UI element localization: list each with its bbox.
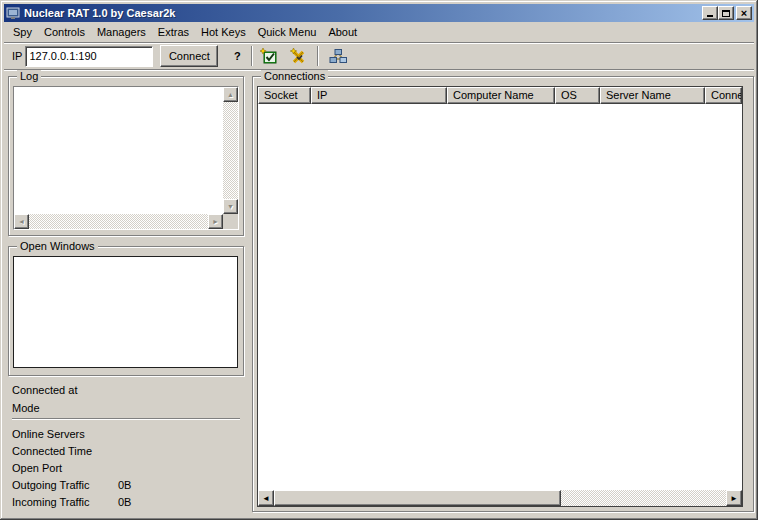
- minimize-icon[interactable]: [702, 6, 718, 20]
- menu-item-about[interactable]: About: [322, 24, 363, 40]
- title-bar[interactable]: Nuclear RAT 1.0 by Caesar2k ×: [4, 4, 754, 22]
- log-content: [14, 87, 223, 214]
- maximize-icon[interactable]: [718, 6, 734, 20]
- connections-group: Connections Socket IP Computer Name OS S…: [252, 76, 754, 512]
- column-header-computer-name[interactable]: Computer Name: [447, 87, 555, 104]
- menu-item-controls[interactable]: Controls: [38, 24, 91, 40]
- toolbar: IP Connect ?: [4, 42, 754, 70]
- network-icon[interactable]: [325, 45, 350, 67]
- status-row-connected-at: Connected at: [12, 384, 242, 398]
- status-divider: [12, 418, 240, 420]
- column-header-os[interactable]: OS: [555, 87, 600, 104]
- status-row-incoming-traffic: Incoming Traffic 0B: [12, 496, 242, 510]
- scroll-track[interactable]: [274, 490, 726, 506]
- menu-bar: Spy Controls Managers Extras Hot Keys Qu…: [4, 22, 754, 42]
- status-label: Mode: [12, 402, 118, 416]
- status-row-online-servers: Online Servers: [12, 428, 242, 442]
- ip-input[interactable]: [25, 46, 153, 67]
- scroll-track[interactable]: [29, 214, 208, 229]
- scroll-right-icon[interactable]: ►: [208, 214, 223, 229]
- window-title: Nuclear RAT 1.0 by Caesar2k: [24, 7, 175, 19]
- app-icon: [6, 6, 20, 20]
- scroll-thumb[interactable]: [274, 490, 561, 506]
- status-label: Connected at: [12, 384, 118, 398]
- menu-item-managers[interactable]: Managers: [91, 24, 152, 40]
- menu-item-extras[interactable]: Extras: [152, 24, 195, 40]
- status-label: Connected Time: [12, 445, 118, 459]
- menu-item-hot-keys[interactable]: Hot Keys: [195, 24, 252, 40]
- connections-listview[interactable]: Socket IP Computer Name OS Server Name C…: [257, 86, 743, 507]
- scroll-left-icon[interactable]: ◄: [14, 214, 29, 229]
- scroll-track[interactable]: [223, 102, 238, 199]
- disconnect-server-icon[interactable]: [286, 45, 311, 67]
- status-row-connected-time: Connected Time: [12, 445, 242, 459]
- close-icon[interactable]: ×: [736, 6, 752, 20]
- column-header-connection[interactable]: Connecti: [705, 87, 742, 104]
- connect-button[interactable]: Connect: [160, 45, 218, 67]
- column-header-server-name[interactable]: Server Name: [600, 87, 705, 104]
- menu-item-spy[interactable]: Spy: [7, 24, 38, 40]
- status-label: Open Port: [12, 462, 118, 476]
- log-horizontal-scrollbar[interactable]: ◄ ►: [14, 214, 223, 229]
- scrollbar-corner: [223, 214, 238, 229]
- scroll-right-icon[interactable]: ►: [726, 490, 742, 506]
- log-group: Log ▲ ▼ ◄ ►: [8, 76, 244, 236]
- open-windows-listbox[interactable]: [13, 256, 238, 368]
- open-windows-group: Open Windows: [8, 246, 244, 376]
- log-vertical-scrollbar[interactable]: ▲ ▼: [223, 87, 238, 214]
- scroll-down-icon[interactable]: ▼: [223, 199, 238, 214]
- status-label: Incoming Traffic: [12, 496, 118, 510]
- status-row-open-port: Open Port: [12, 462, 242, 476]
- log-group-title: Log: [17, 70, 41, 82]
- status-label: Outgoing Traffic: [12, 479, 118, 493]
- help-button[interactable]: ?: [229, 45, 245, 67]
- column-header-ip[interactable]: IP: [311, 87, 447, 104]
- status-label: Online Servers: [12, 428, 118, 442]
- toolbar-separator: [317, 46, 319, 66]
- connections-horizontal-scrollbar[interactable]: ◄ ►: [258, 490, 742, 506]
- column-header-socket[interactable]: Socket: [258, 87, 311, 104]
- status-row-outgoing-traffic: Outgoing Traffic 0B: [12, 479, 242, 493]
- status-value: 0B: [118, 496, 131, 510]
- scroll-left-icon[interactable]: ◄: [258, 490, 274, 506]
- status-value: 0B: [118, 479, 131, 493]
- log-listbox[interactable]: ▲ ▼ ◄ ►: [13, 86, 239, 230]
- open-windows-group-title: Open Windows: [17, 240, 98, 252]
- connections-list-body[interactable]: [258, 104, 742, 490]
- connections-header-row: Socket IP Computer Name OS Server Name C…: [258, 87, 742, 104]
- app-window: Nuclear RAT 1.0 by Caesar2k × Spy Contro…: [0, 0, 758, 520]
- connect-server-icon[interactable]: [256, 45, 281, 67]
- status-row-mode: Mode: [12, 402, 242, 416]
- connections-group-title: Connections: [261, 70, 328, 82]
- scroll-up-icon[interactable]: ▲: [223, 87, 238, 102]
- ip-label: IP: [12, 50, 22, 62]
- menu-item-quick-menu[interactable]: Quick Menu: [252, 24, 323, 40]
- toolbar-separator: [251, 46, 253, 66]
